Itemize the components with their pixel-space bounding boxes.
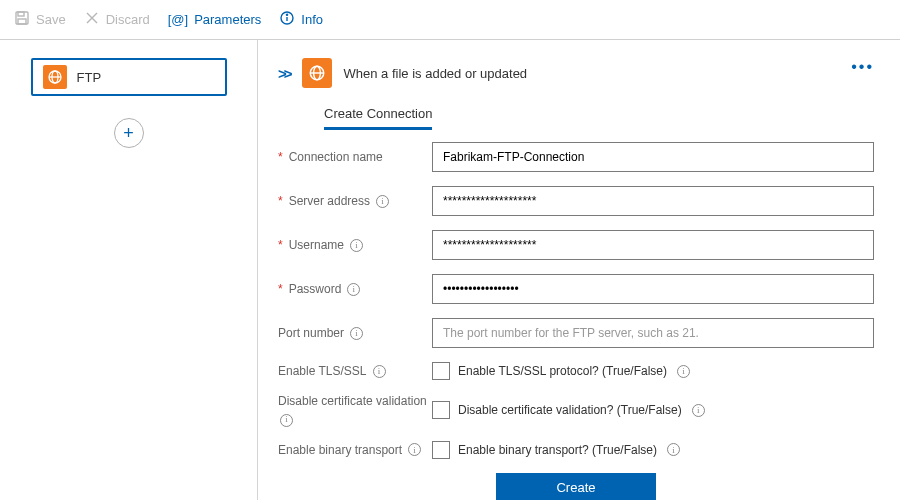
workflow-node-label: FTP (77, 70, 102, 85)
save-label: Save (36, 12, 66, 27)
password-input[interactable] (432, 274, 874, 304)
create-button[interactable]: Create (496, 473, 656, 500)
binary-checkbox-label: Enable binary transport? (True/False) (458, 443, 657, 457)
info-icon[interactable]: i (667, 443, 680, 456)
info-button[interactable]: Info (279, 10, 323, 29)
info-icon[interactable]: i (677, 365, 690, 378)
info-icon[interactable]: i (350, 327, 363, 340)
add-step-button[interactable]: + (114, 118, 144, 148)
parameters-icon: [@] (168, 12, 188, 27)
designer-sidebar: FTP + (0, 40, 258, 500)
save-button[interactable]: Save (14, 10, 66, 29)
plus-icon: + (123, 123, 134, 144)
workflow-node-ftp[interactable]: FTP (31, 58, 227, 96)
port-label: Port number i (278, 326, 432, 340)
server-address-input[interactable] (432, 186, 874, 216)
cert-checkbox-label: Disable certificate validation? (True/Fa… (458, 403, 682, 417)
parameters-button[interactable]: [@] Parameters (168, 12, 262, 27)
tls-checkbox-label: Enable TLS/SSL protocol? (True/False) (458, 364, 667, 378)
info-icon[interactable]: i (347, 283, 360, 296)
tab-create-connection[interactable]: Create Connection (324, 106, 432, 130)
binary-checkbox[interactable] (432, 441, 450, 459)
tls-checkbox[interactable] (432, 362, 450, 380)
cert-label: Disable certificate validation i (278, 394, 432, 427)
info-icon (279, 10, 295, 29)
close-icon (84, 10, 100, 29)
svg-rect-1 (18, 12, 24, 16)
server-address-label: *Server address i (278, 194, 432, 208)
step-panel: ••• >> When a file is added or updated C… (258, 40, 900, 500)
step-title: When a file is added or updated (344, 66, 528, 81)
info-icon[interactable]: i (692, 404, 705, 417)
step-ftp-icon (302, 58, 332, 88)
tab-row: Create Connection (324, 106, 874, 130)
connection-form: *Connection name *Server address i *User… (278, 142, 874, 500)
username-label: *Username i (278, 238, 432, 252)
collapse-button[interactable]: >> (278, 65, 290, 82)
more-icon[interactable]: ••• (851, 58, 874, 76)
connection-name-input[interactable] (432, 142, 874, 172)
discard-button[interactable]: Discard (84, 10, 150, 29)
info-icon[interactable]: i (350, 239, 363, 252)
svg-point-7 (287, 14, 288, 15)
info-label: Info (301, 12, 323, 27)
parameters-label: Parameters (194, 12, 261, 27)
port-input[interactable] (432, 318, 874, 348)
toolbar: Save Discard [@] Parameters Info (0, 0, 900, 40)
tls-label: Enable TLS/SSL i (278, 364, 432, 378)
info-icon[interactable]: i (408, 443, 421, 456)
discard-label: Discard (106, 12, 150, 27)
info-icon[interactable]: i (373, 365, 386, 378)
password-label: *Password i (278, 282, 432, 296)
username-input[interactable] (432, 230, 874, 260)
connection-name-label: *Connection name (278, 150, 432, 164)
binary-label: Enable binary transport i (278, 443, 432, 457)
info-icon[interactable]: i (280, 414, 293, 427)
cert-checkbox[interactable] (432, 401, 450, 419)
info-icon[interactable]: i (376, 195, 389, 208)
save-icon (14, 10, 30, 29)
svg-rect-2 (18, 19, 26, 24)
ftp-icon (43, 65, 67, 89)
